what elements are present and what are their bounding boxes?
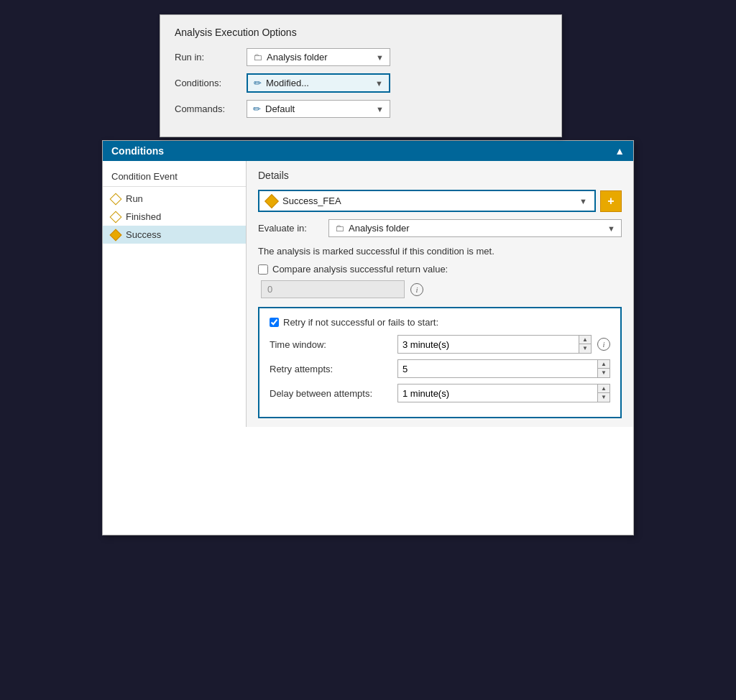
commands-value: Default	[265, 103, 370, 114]
conditions-body: Condition Event Run Finished Success Det…	[103, 161, 633, 427]
condition-select-row: Success_FEA ▼ +	[258, 190, 622, 212]
time-window-row: Time window: ▲ ▼ i	[270, 335, 610, 354]
compare-value-input[interactable]	[261, 280, 405, 298]
retry-label: Retry if not successful or fails to star…	[283, 317, 438, 328]
delay-spinbox: ▲ ▼	[397, 384, 610, 402]
condition-name-dropdown[interactable]: Success_FEA ▼	[258, 190, 596, 212]
retry-attempts-decrement-button[interactable]: ▼	[598, 369, 610, 377]
condition-item-run[interactable]: Run	[103, 190, 246, 208]
commands-dropdown[interactable]: ✏ Default ▼	[247, 100, 390, 118]
condition-events-panel: Condition Event Run Finished Success	[103, 161, 247, 427]
delay-input[interactable]	[398, 386, 597, 401]
conditions-dropdown[interactable]: ✏ Modified... ▼	[247, 73, 390, 93]
retry-attempts-row: Retry attempts: ▲ ▼	[270, 359, 610, 378]
folder-icon: 🗀	[253, 52, 262, 63]
bottom-spacer	[103, 427, 633, 535]
delay-label: Delay between attempts:	[270, 388, 392, 399]
compare-info-icon[interactable]: i	[410, 283, 423, 296]
conditions-header: Conditions ▲	[103, 141, 633, 161]
run-in-value: Analysis folder	[267, 52, 370, 63]
conditions-label: Conditions:	[175, 78, 247, 88]
retry-checkbox[interactable]	[270, 318, 279, 327]
retry-attempts-label: Retry attempts:	[270, 364, 392, 374]
diamond-icon-select	[264, 194, 279, 208]
condition-name-value: Success_FEA	[282, 195, 574, 206]
compare-label: Compare analysis successful return value…	[272, 264, 448, 275]
run-in-label: Run in:	[175, 52, 247, 63]
delay-decrement-button[interactable]: ▼	[598, 393, 610, 402]
execution-options-panel: Analysis Execution Options Run in: 🗀 Ana…	[160, 14, 562, 137]
conditions-row: Conditions: ✏ Modified... ▼	[175, 73, 547, 93]
condition-item-finished[interactable]: Finished	[103, 208, 246, 226]
conditions-panel-title: Conditions	[111, 145, 164, 157]
time-window-info-icon[interactable]: i	[597, 338, 610, 351]
conditions-value: Modified...	[266, 78, 369, 88]
evaluate-in-dropdown[interactable]: 🗀 Analysis folder ▼	[328, 219, 622, 237]
condition-description: The analysis is marked successful if thi…	[258, 246, 622, 257]
evaluate-in-value: Analysis folder	[349, 223, 602, 234]
evaluate-in-label: Evaluate in:	[258, 223, 323, 234]
run-in-chevron-down-icon: ▼	[376, 53, 384, 62]
pencil-icon: ✏	[254, 78, 262, 88]
evaluate-in-row: Evaluate in: 🗀 Analysis folder ▼	[258, 219, 622, 237]
retry-attempts-input[interactable]	[398, 361, 597, 377]
commands-chevron-down-icon: ▼	[376, 105, 384, 114]
conditions-panel: Conditions ▲ Condition Event Run Finishe…	[102, 140, 634, 535]
add-condition-button[interactable]: +	[600, 190, 622, 212]
retry-attempts-spinbox: ▲ ▼	[397, 359, 610, 378]
details-panel: Details Success_FEA ▼ + Evaluate in:	[247, 161, 633, 427]
retry-header-row: Retry if not successful or fails to star…	[270, 317, 610, 328]
time-window-label: Time window:	[270, 339, 392, 350]
compare-checkbox-row: Compare analysis successful return value…	[258, 264, 622, 275]
retry-section: Retry if not successful or fails to star…	[258, 307, 622, 418]
delay-increment-button[interactable]: ▲	[598, 384, 610, 393]
condition-label-run: Run	[126, 193, 143, 204]
commands-label: Commands:	[175, 103, 247, 114]
commands-row: Commands: ✏ Default ▼	[175, 100, 547, 118]
condition-label-finished: Finished	[126, 211, 161, 222]
time-window-spinbox: ▲ ▼	[397, 335, 592, 354]
details-title: Details	[258, 170, 622, 181]
condition-label-success: Success	[126, 229, 161, 240]
condition-item-success[interactable]: Success	[103, 226, 246, 244]
retry-attempts-increment-button[interactable]: ▲	[598, 360, 610, 369]
compare-checkbox[interactable]	[258, 264, 268, 275]
delay-row: Delay between attempts: ▲ ▼	[270, 384, 610, 402]
evaluate-in-chevron-down-icon: ▼	[607, 224, 615, 233]
diamond-icon-run	[110, 193, 122, 205]
pencil-icon-2: ✏	[253, 103, 261, 114]
add-icon: +	[607, 195, 614, 208]
folder-icon-evaluate: 🗀	[335, 223, 344, 234]
collapse-icon[interactable]: ▲	[615, 145, 625, 157]
run-in-dropdown[interactable]: 🗀 Analysis folder ▼	[247, 48, 390, 66]
run-in-row: Run in: 🗀 Analysis folder ▼	[175, 48, 547, 66]
time-window-decrement-button[interactable]: ▼	[579, 344, 591, 353]
time-window-input[interactable]	[398, 337, 579, 352]
condition-event-header: Condition Event	[103, 167, 246, 187]
diamond-icon-finished	[110, 211, 122, 223]
conditions-chevron-down-icon: ▼	[375, 79, 383, 88]
time-window-increment-button[interactable]: ▲	[579, 336, 591, 344]
diamond-icon-success	[110, 229, 122, 241]
condition-name-chevron-down-icon: ▼	[579, 197, 587, 206]
compare-value-row: i	[258, 280, 622, 298]
execution-options-title: Analysis Execution Options	[175, 27, 547, 38]
